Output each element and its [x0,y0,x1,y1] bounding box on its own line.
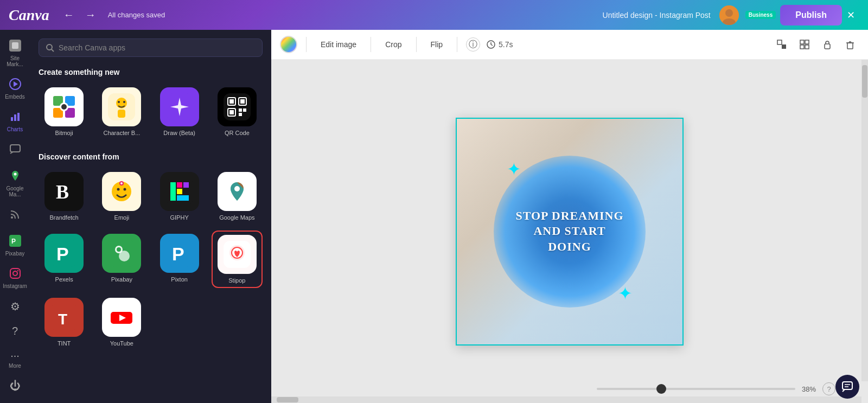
app-character-builder[interactable]: Character B... [96,84,147,139]
position-button[interactable] [773,35,791,54]
svg-point-51 [120,182,123,184]
app-bitmoji[interactable]: Bitmoji [39,84,90,139]
zoom-slider-thumb[interactable] [656,384,666,394]
search-input[interactable] [59,43,256,52]
svg-point-30 [118,101,120,103]
sidebar-item-power[interactable]: ⏻ [1,375,29,398]
svg-rect-32 [118,110,125,118]
sidebar-item-site-marker[interactable]: Site Mark... [1,35,29,72]
grid-button[interactable] [795,35,814,54]
vertical-scroll-thumb[interactable] [862,65,867,98]
canvas-text: STOP DREAMING AND START DOING [513,208,626,255]
svg-rect-84 [805,45,809,49]
sidebar-item-more[interactable]: ··· More [1,345,29,373]
app-google-maps[interactable]: Google Maps [212,169,263,224]
svg-line-78 [491,44,493,46]
svg-point-17 [13,271,17,276]
sidebar-item-rss[interactable] [1,204,29,228]
google-maps-app-icon [218,172,257,211]
design-canvas[interactable]: ✦ STOP DREAMING AND START DOING ✦ [456,118,684,346]
sidebar-item-help[interactable]: ? [1,321,29,343]
instagram-icon [9,267,21,282]
sidebar-item-comment[interactable] [1,139,29,163]
svg-rect-41 [239,108,242,112]
sidebar-label-charts: Charts [7,126,23,132]
help-icon: ? [12,325,18,337]
saved-status: All changes saved [108,11,165,19]
giphy-icon [160,172,199,211]
toolbar-sep-4 [457,37,457,52]
svg-rect-57 [177,195,189,201]
svg-text:P: P [172,244,184,264]
redo-button[interactable]: → [82,7,99,24]
canvas-text-line2: AND START DOING [513,223,626,254]
avatar[interactable] [719,5,739,25]
edit-image-button[interactable]: Edit image [315,37,362,52]
svg-rect-16 [10,268,20,278]
app-youtube[interactable]: YouTube [96,295,147,350]
comment-icon [9,143,21,158]
pixabay-app-label: Pixabay [111,276,132,283]
app-pixabay[interactable]: Pixabay [96,231,147,288]
apps-panel: Create something new Bitmoji Character B… [30,30,271,403]
sparkle-top-left: ✦ [507,159,521,180]
zoom-slider-track[interactable] [597,388,795,390]
svg-line-20 [52,49,54,52]
svg-rect-85 [825,44,830,49]
app-stipop[interactable]: Stipop [212,231,263,288]
rss-icon [9,208,21,223]
info-button[interactable]: ⓘ [466,37,480,52]
stipop-label: Stipop [228,277,245,284]
tint-icon: T [44,298,84,337]
sidebar-item-google-maps[interactable]: Google Ma... [1,165,29,202]
sidebar-item-charts[interactable]: Charts [1,106,29,137]
giphy-label: GIPHY [170,214,189,221]
flip-button[interactable]: Flip [425,37,449,52]
svg-point-31 [123,101,125,103]
sidebar-label-google-maps: Google Ma... [3,185,27,197]
horizontal-scroll-thumb[interactable] [277,397,298,402]
zoom-help-button[interactable]: ? [822,382,835,395]
sidebar-item-embeds[interactable]: Embeds [1,74,29,104]
charts-icon [9,111,21,125]
svg-rect-80 [782,44,786,49]
app-giphy[interactable]: GIPHY [154,169,205,224]
sidebar-item-settings[interactable]: ⚙ [1,296,29,318]
delete-button[interactable] [841,35,859,54]
google-maps-app-label: Google Maps [219,214,254,221]
zoom-percentage: 38% [802,385,816,393]
search-box[interactable] [39,39,263,57]
app-draw-beta[interactable]: Draw (Beta) [154,84,205,139]
horizontal-scrollbar[interactable] [271,396,861,403]
chat-button[interactable] [835,375,859,399]
close-button[interactable]: ✕ [842,7,859,24]
app-qr-code[interactable]: QR Code [212,84,263,139]
app-emoji[interactable]: Emoji [96,169,147,224]
pexels-icon: P [44,234,84,273]
svg-point-49 [124,188,126,191]
app-brandfetch[interactable]: B Brandfetch [39,169,90,224]
sidebar-item-instagram[interactable]: Instagram [1,263,29,293]
toolbar: Edit image Crop Flip ⓘ 5.7s [271,30,868,60]
color-swatch[interactable] [280,36,297,53]
lock-button[interactable] [818,35,837,54]
sidebar-label-pixabay: Pixabay [5,251,25,257]
bitmoji-icon [44,87,84,126]
svg-point-64 [119,251,130,261]
svg-text:P: P [11,238,16,245]
publish-button[interactable]: Publish [780,5,842,25]
clock-icon [487,40,495,49]
toolbar-sep-2 [371,37,371,52]
undo-button[interactable]: ← [60,7,78,24]
vertical-scrollbar[interactable] [861,60,868,381]
crop-button[interactable]: Crop [380,37,407,52]
app-tint[interactable]: T TINT [39,295,90,350]
sidebar-item-pixabay[interactable]: P Pixabay [1,231,29,261]
app-pixton[interactable]: P Pixton [154,231,205,288]
bitmoji-label: Bitmoji [55,130,73,136]
app-pexels[interactable]: P Pexels [39,231,90,288]
sparkle-bottom-right: ✦ [618,283,633,304]
svg-rect-55 [183,182,189,188]
svg-rect-42 [243,108,246,112]
svg-point-48 [117,188,120,191]
